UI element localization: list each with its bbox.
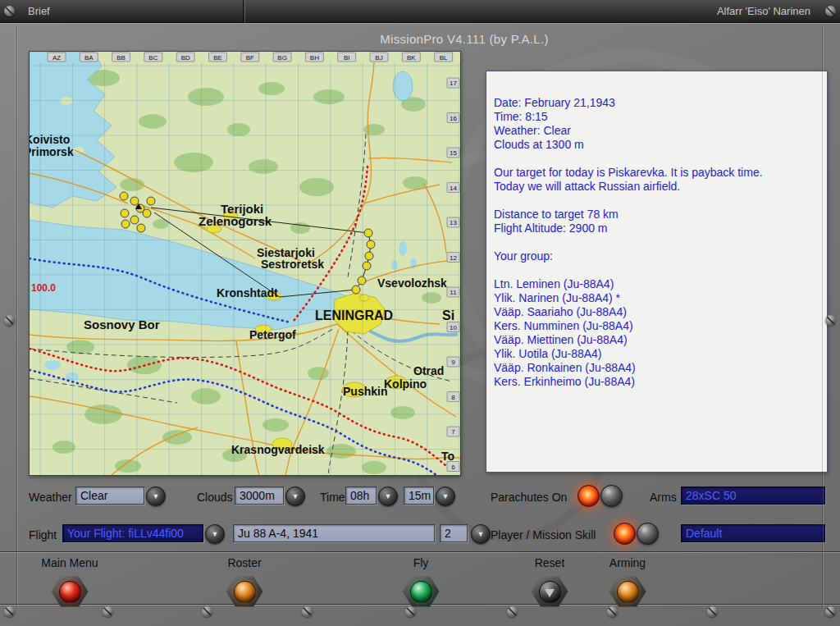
green-jewel-icon[interactable] (410, 581, 432, 603)
flight-input[interactable]: Your Flight: fiLLv44fi00 (62, 524, 203, 542)
arms-label: Arms (650, 491, 677, 504)
svg-text:Otrad: Otrad (413, 364, 444, 377)
arms-input[interactable]: 28xSC 50 (681, 487, 825, 505)
svg-text:BH: BH (310, 54, 319, 62)
button-mount (226, 575, 263, 608)
parachutes-toggle-off[interactable] (600, 485, 623, 507)
svg-text:Sosnovy Bor: Sosnovy Bor (84, 318, 160, 331)
screw-icon (202, 606, 212, 617)
screw-icon (302, 606, 313, 617)
screw-icon (707, 606, 718, 617)
amber-jewel-icon[interactable] (617, 581, 639, 603)
svg-text:Kolpino: Kolpino (384, 377, 427, 391)
svg-text:14: 14 (450, 185, 457, 192)
svg-text:LENINGRAD: LENINGRAD (315, 308, 393, 322)
roster-button[interactable]: Roster (195, 556, 294, 608)
flight-label: Flight (29, 528, 57, 541)
svg-text:Pushkin: Pushkin (343, 385, 387, 398)
svg-text:10: 10 (450, 324, 457, 331)
svg-text:8: 8 (451, 394, 455, 401)
skill-toggle-off[interactable] (637, 523, 659, 545)
clouds-label: Clouds (197, 491, 233, 504)
svg-text:Petergof: Petergof (249, 328, 296, 341)
svg-text:BL: BL (440, 54, 448, 62)
aircraft-count-input[interactable]: 2 (440, 524, 468, 542)
svg-text:BE: BE (213, 54, 222, 62)
dark-jewel-icon[interactable] (539, 581, 561, 603)
chevron-down-icon: ▼ (212, 530, 219, 538)
chevron-down-icon: ▼ (153, 492, 160, 500)
red-jewel-icon[interactable] (59, 581, 81, 603)
svg-text:Zelenogorsk: Zelenogorsk (199, 214, 272, 228)
parachutes-label: Parachutes On (491, 491, 567, 504)
screw-icon (825, 315, 836, 326)
svg-text:BD: BD (181, 54, 190, 62)
screw-icon (103, 606, 113, 617)
svg-text:Krasnogvardeisk: Krasnogvardeisk (231, 443, 325, 456)
button-mount (402, 575, 440, 608)
screw-icon (4, 315, 15, 326)
weather-spinner[interactable]: ▼ (146, 487, 166, 506)
time-hour-input[interactable]: 08h (345, 487, 377, 505)
screw-icon (4, 6, 15, 16)
svg-text:11: 11 (450, 289, 457, 296)
amber-jewel-icon[interactable] (234, 581, 256, 603)
screw-icon (507, 606, 518, 617)
svg-text:BF: BF (246, 54, 254, 62)
screw-icon (405, 606, 416, 617)
svg-text:Koivisto: Koivisto (30, 133, 70, 146)
clouds-spinner[interactable]: ▼ (285, 487, 305, 506)
svg-text:AZ: AZ (52, 54, 61, 62)
weather-input[interactable]: Clear (75, 487, 144, 505)
svg-text:BA: BA (84, 54, 94, 62)
briefing-text: Date: February 21,1943 Time: 8:15 Weathe… (494, 96, 822, 389)
time-minute-input[interactable]: 15m (404, 487, 434, 505)
svg-text:Primorsk: Primorsk (30, 145, 74, 158)
clouds-input[interactable]: 3000m (235, 487, 284, 505)
skill-input[interactable]: Default (681, 524, 825, 542)
time-hour-spinner[interactable]: ▼ (378, 487, 398, 506)
reset-wedge-icon (545, 589, 555, 597)
svg-text:13: 13 (450, 219, 457, 226)
flight-spinner[interactable]: ▼ (205, 524, 225, 544)
screw-icon (607, 606, 618, 617)
svg-text:9: 9 (451, 359, 455, 366)
button-mount (609, 575, 646, 608)
svg-text:Sestroretsk: Sestroretsk (261, 258, 324, 271)
main-menu-button[interactable]: Main Menu (21, 556, 119, 608)
svg-text:BG: BG (277, 54, 287, 62)
svg-text:Si: Si (442, 308, 454, 322)
top-bar: Brief Alfarr 'Eiso' Narinen (0, 0, 840, 22)
panel-groove-highlight (0, 552, 840, 553)
svg-text:6: 6 (451, 464, 455, 471)
svg-text:BJ: BJ (375, 54, 382, 62)
top-bar-seam (243, 0, 244, 22)
aircraft-count-spinner[interactable]: ▼ (471, 524, 491, 544)
brief-tab[interactable]: Brief (28, 5, 50, 17)
chevron-down-icon: ▼ (385, 492, 392, 500)
svg-text:100.0: 100.0 (31, 282, 56, 294)
briefing-panel: Date: February 21,1943 Time: 8:15 Weathe… (486, 71, 828, 473)
fly-label: Fly (372, 556, 470, 569)
parachutes-toggle-on[interactable] (578, 485, 600, 507)
skill-toggle-on[interactable] (614, 523, 636, 545)
top-bar-groove-highlight (0, 23, 840, 24)
screw-icon (4, 606, 15, 617)
top-bar-seam-highlight (244, 0, 245, 22)
mission-map[interactable]: KoivistoPrimorskTerijokiZelenogorskSiest… (29, 51, 461, 476)
arming-label: Arming (578, 556, 677, 569)
pilot-name: Alfarr 'Eiso' Narinen (717, 5, 810, 17)
time-minute-spinner[interactable]: ▼ (436, 487, 455, 506)
roster-label: Roster (195, 556, 294, 569)
svg-text:Vsevolozhsk: Vsevolozhsk (377, 276, 447, 290)
arming-button[interactable]: Arming (578, 556, 677, 608)
left-edge-groove-highlight (17, 26, 18, 609)
aircraft-input[interactable]: Ju 88 A-4, 1941 (233, 524, 435, 542)
time-label: Time (320, 491, 345, 504)
mission-screen: Brief Alfarr 'Eiso' Narinen MissionPro V… (0, 0, 840, 626)
fly-button[interactable]: Fly (372, 556, 470, 608)
main-menu-label: Main Menu (21, 556, 119, 569)
svg-text:To: To (441, 450, 454, 463)
svg-text:16: 16 (450, 115, 457, 122)
screw-icon (825, 6, 836, 16)
